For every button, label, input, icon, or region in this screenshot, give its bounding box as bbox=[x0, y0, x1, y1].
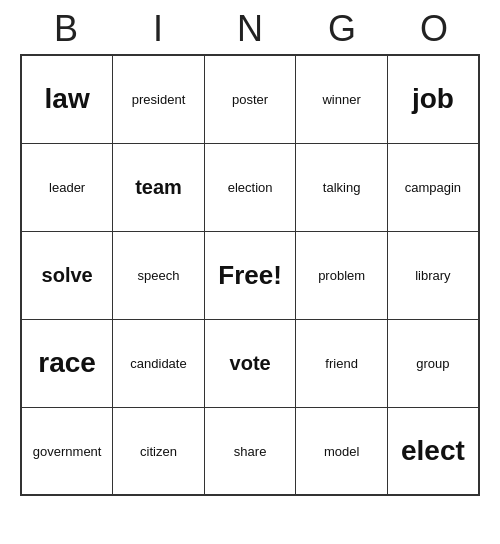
cell-r4-c3: model bbox=[296, 407, 387, 495]
cell-r1-c0: leader bbox=[21, 143, 113, 231]
header-n: N bbox=[208, 8, 292, 50]
bingo-grid: lawpresidentposterwinnerjobleaderteamele… bbox=[20, 54, 480, 496]
cell-r2-c2: Free! bbox=[204, 231, 296, 319]
cell-r3-c4: group bbox=[387, 319, 479, 407]
cell-r4-c4: elect bbox=[387, 407, 479, 495]
cell-r1-c2: election bbox=[204, 143, 296, 231]
cell-r2-c4: library bbox=[387, 231, 479, 319]
cell-r0-c2: poster bbox=[204, 55, 296, 143]
cell-r2-c1: speech bbox=[113, 231, 205, 319]
cell-r1-c1: team bbox=[113, 143, 205, 231]
cell-r3-c3: friend bbox=[296, 319, 387, 407]
cell-r4-c2: share bbox=[204, 407, 296, 495]
header-b: B bbox=[24, 8, 108, 50]
cell-r2-c0: solve bbox=[21, 231, 113, 319]
cell-r3-c0: race bbox=[21, 319, 113, 407]
cell-r3-c1: candidate bbox=[113, 319, 205, 407]
bingo-header: B I N G O bbox=[20, 0, 480, 54]
cell-r2-c3: problem bbox=[296, 231, 387, 319]
cell-r0-c0: law bbox=[21, 55, 113, 143]
header-o: O bbox=[392, 8, 476, 50]
cell-r0-c3: winner bbox=[296, 55, 387, 143]
cell-r4-c0: government bbox=[21, 407, 113, 495]
cell-r0-c1: president bbox=[113, 55, 205, 143]
cell-r1-c3: talking bbox=[296, 143, 387, 231]
cell-r1-c4: campagin bbox=[387, 143, 479, 231]
header-g: G bbox=[300, 8, 384, 50]
header-i: I bbox=[116, 8, 200, 50]
cell-r3-c2: vote bbox=[204, 319, 296, 407]
cell-r4-c1: citizen bbox=[113, 407, 205, 495]
cell-r0-c4: job bbox=[387, 55, 479, 143]
